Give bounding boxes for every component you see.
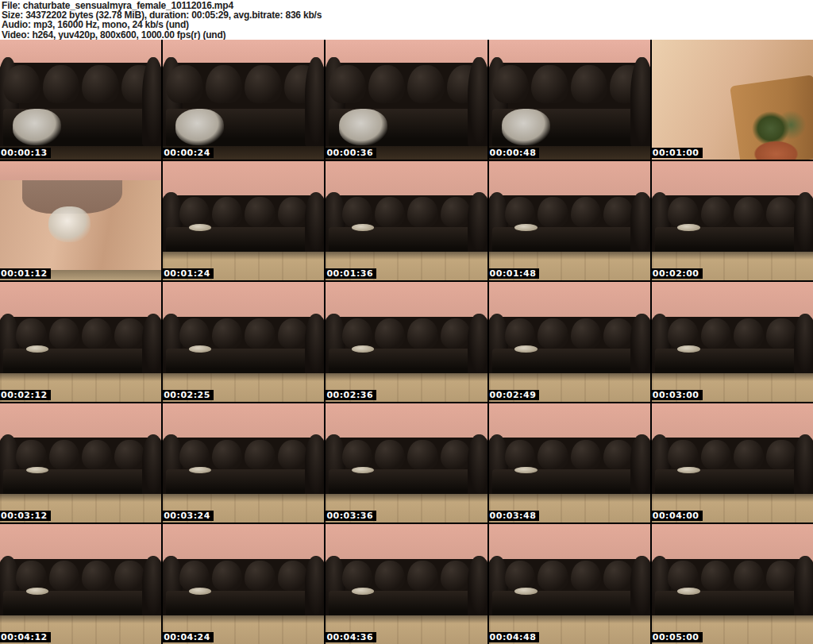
thumbnail-image bbox=[652, 403, 813, 523]
video-thumbnail[interactable]: 00:01:36 bbox=[326, 161, 487, 281]
couch-cushion bbox=[342, 318, 372, 349]
couch-area bbox=[489, 195, 650, 253]
couch-area bbox=[0, 438, 161, 495]
couch-backrest bbox=[505, 197, 634, 227]
couch-cushion bbox=[701, 197, 731, 227]
couch-armrest-right bbox=[468, 314, 487, 375]
couch-backrest bbox=[3, 65, 158, 103]
video-thumbnail[interactable]: 00:01:00 bbox=[652, 40, 813, 160]
couch-cushion bbox=[82, 65, 119, 103]
couch-seat bbox=[655, 227, 810, 253]
wall-area bbox=[0, 403, 161, 442]
couch-backrest bbox=[166, 65, 321, 103]
thumbnail-image bbox=[489, 161, 650, 281]
thumbnail-image bbox=[326, 40, 487, 160]
couch-seat bbox=[166, 227, 321, 253]
video-thumbnail[interactable]: 00:03:12 bbox=[0, 403, 161, 523]
thumbnail-image bbox=[652, 161, 813, 281]
couch-area bbox=[489, 438, 650, 495]
couch-armrest-right bbox=[630, 434, 649, 496]
couch-cushion bbox=[206, 65, 243, 103]
couch-seat bbox=[655, 469, 810, 496]
couch-cushion bbox=[375, 440, 405, 470]
thumbnail-image bbox=[0, 282, 161, 402]
couch-seat bbox=[3, 109, 158, 146]
thumbnail-image bbox=[652, 282, 813, 402]
video-thumbnail[interactable]: 00:04:24 bbox=[163, 524, 324, 644]
couch-backrest bbox=[342, 318, 472, 349]
video-thumbnail[interactable]: 00:02:25 bbox=[163, 282, 324, 402]
thumbnail-image bbox=[489, 403, 650, 523]
couch-cushion bbox=[212, 318, 242, 349]
video-thumbnail[interactable]: 00:04:12 bbox=[0, 524, 161, 644]
video-thumbnail[interactable]: 00:04:48 bbox=[489, 524, 650, 644]
timestamp-label: 00:02:00 bbox=[652, 268, 703, 279]
couch-armrest-right bbox=[794, 314, 813, 375]
couch-seat bbox=[655, 349, 810, 375]
couch-cushion bbox=[245, 318, 275, 349]
couch-cushion bbox=[82, 318, 112, 349]
couch-seat bbox=[492, 591, 647, 617]
couch-cushion bbox=[278, 197, 308, 227]
wall-area bbox=[489, 524, 650, 562]
wall-area bbox=[326, 282, 487, 320]
video-thumbnail[interactable]: 00:02:49 bbox=[489, 282, 650, 402]
couch-cushion bbox=[766, 318, 796, 349]
wall-area bbox=[163, 40, 324, 65]
video-thumbnail[interactable]: 00:04:36 bbox=[326, 524, 487, 644]
video-thumbnail[interactable]: 00:00:48 bbox=[489, 40, 650, 160]
video-thumbnail[interactable]: 00:00:36 bbox=[326, 40, 487, 160]
couch-backrest bbox=[329, 65, 484, 103]
video-thumbnail[interactable]: 00:05:00 bbox=[652, 524, 813, 644]
couch-cushion bbox=[245, 440, 275, 470]
video-thumbnail[interactable]: 00:02:12 bbox=[0, 282, 161, 402]
video-thumbnail[interactable]: 00:02:00 bbox=[652, 161, 813, 281]
timestamp-label: 00:04:24 bbox=[163, 632, 214, 642]
couch-cushion bbox=[701, 561, 731, 591]
media-info-line-audio: Audio: mp3, 16000 Hz, mono, 24 kb/s (und… bbox=[2, 20, 813, 29]
couch-cushion bbox=[441, 197, 471, 227]
wall-area bbox=[0, 161, 161, 180]
couch-area bbox=[0, 559, 161, 616]
thumbnail-image bbox=[0, 403, 161, 523]
thumbnail-image bbox=[326, 282, 487, 402]
timestamp-label: 00:02:25 bbox=[163, 390, 214, 400]
video-thumbnail[interactable]: 00:00:13 bbox=[0, 40, 161, 160]
couch-cushion bbox=[245, 65, 282, 103]
video-thumbnail[interactable]: 00:04:00 bbox=[652, 403, 813, 523]
couch-cushion bbox=[603, 440, 634, 470]
video-thumbnail[interactable]: 00:02:36 bbox=[326, 282, 487, 402]
couch-area bbox=[652, 317, 813, 374]
video-thumbnail[interactable]: 00:03:36 bbox=[326, 403, 487, 523]
couch-area bbox=[489, 559, 650, 616]
couch-area bbox=[326, 559, 487, 616]
thumbnail-image bbox=[0, 161, 161, 281]
couch-backrest bbox=[16, 561, 145, 591]
thumbnail-grid: 00:00:13 00:00:24 bbox=[0, 40, 813, 644]
video-thumbnail[interactable]: 00:01:48 bbox=[489, 161, 650, 281]
timestamp-label: 00:04:12 bbox=[0, 632, 51, 642]
couch-backrest bbox=[668, 440, 797, 470]
couch-seat bbox=[492, 469, 647, 496]
thumbnail-image bbox=[163, 161, 324, 281]
video-thumbnail[interactable]: 00:01:12 bbox=[0, 161, 161, 281]
couch-backrest bbox=[492, 65, 647, 103]
couch-cushion bbox=[571, 65, 608, 103]
couch-area bbox=[163, 438, 324, 495]
couch-cushion bbox=[82, 440, 112, 470]
couch-seat bbox=[655, 591, 810, 617]
couch-cushion bbox=[538, 440, 568, 470]
couch-cushion bbox=[16, 318, 46, 349]
video-thumbnail[interactable]: 00:03:24 bbox=[163, 403, 324, 523]
couch-cushion bbox=[571, 318, 601, 349]
video-thumbnail[interactable]: 00:03:48 bbox=[489, 403, 650, 523]
video-thumbnail[interactable]: 00:01:24 bbox=[163, 161, 324, 281]
timestamp-label: 00:01:48 bbox=[489, 268, 540, 279]
couch-area bbox=[326, 317, 487, 374]
video-thumbnail[interactable]: 00:03:00 bbox=[652, 282, 813, 402]
thumbnail-image bbox=[163, 524, 324, 644]
couch-cushion bbox=[668, 561, 698, 591]
couch-cushion bbox=[16, 561, 46, 591]
timestamp-label: 00:03:36 bbox=[326, 511, 376, 521]
video-thumbnail[interactable]: 00:00:24 bbox=[163, 40, 324, 160]
